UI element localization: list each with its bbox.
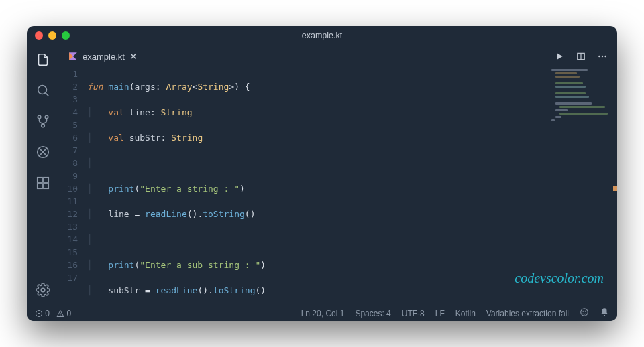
editor-area: example.kt ✕ 123 xyxy=(59,45,617,305)
editor-actions xyxy=(554,51,617,62)
run-icon[interactable] xyxy=(554,51,565,62)
explorer-icon[interactable] xyxy=(35,52,51,68)
tab-filename: example.kt xyxy=(83,52,125,62)
code-content[interactable]: fun main(args: Array<String>) { │ val li… xyxy=(87,68,617,305)
minimap-marker xyxy=(613,186,617,191)
svg-point-20 xyxy=(60,315,61,316)
svg-point-14 xyxy=(602,56,603,57)
svg-rect-8 xyxy=(38,184,42,188)
svg-point-10 xyxy=(41,288,45,292)
settings-gear-icon[interactable] xyxy=(35,282,51,298)
svg-line-1 xyxy=(46,93,49,96)
more-actions-icon[interactable] xyxy=(597,51,608,62)
svg-point-13 xyxy=(598,56,600,57)
status-eol[interactable]: LF xyxy=(435,309,445,318)
extensions-icon[interactable] xyxy=(35,175,51,191)
status-spaces[interactable]: Spaces: 4 xyxy=(355,309,390,318)
activity-bar xyxy=(27,45,59,305)
feedback-smiley-icon[interactable] xyxy=(580,307,589,319)
source-control-icon[interactable] xyxy=(35,113,51,129)
status-lncol[interactable]: Ln 20, Col 1 xyxy=(301,309,345,318)
svg-point-21 xyxy=(581,309,588,316)
svg-rect-9 xyxy=(44,184,48,188)
status-language[interactable]: Kotlin xyxy=(455,309,476,318)
watermark: codevscolor.com xyxy=(515,271,604,286)
status-bar: 0 0 Ln 20, Col 1 Spaces: 4 UTF-8 LF Kotl… xyxy=(27,305,617,321)
svg-point-2 xyxy=(38,115,41,119)
close-tab-icon[interactable]: ✕ xyxy=(129,51,138,62)
window-title: example.kt xyxy=(27,31,617,40)
svg-point-0 xyxy=(38,86,47,94)
svg-point-3 xyxy=(45,115,48,119)
split-editor-icon[interactable] xyxy=(576,51,586,62)
svg-point-22 xyxy=(583,311,584,311)
svg-rect-7 xyxy=(44,178,48,182)
search-icon[interactable] xyxy=(35,82,51,98)
svg-point-15 xyxy=(604,56,606,57)
svg-point-23 xyxy=(585,311,586,311)
svg-rect-6 xyxy=(38,178,42,182)
tabbar: example.kt ✕ xyxy=(59,45,617,68)
status-errors[interactable]: 0 xyxy=(35,309,50,318)
notifications-bell-icon[interactable] xyxy=(600,307,609,319)
code-editor[interactable]: 123 456 789 101112 131415 1617 fun main(… xyxy=(59,68,617,305)
svg-point-4 xyxy=(42,124,45,127)
status-encoding[interactable]: UTF-8 xyxy=(402,309,425,318)
window-body: example.kt ✕ 123 xyxy=(27,45,617,305)
line-gutter: 123 456 789 101112 131415 1617 xyxy=(59,68,87,305)
debug-icon[interactable] xyxy=(35,144,51,160)
editor-window: example.kt xyxy=(27,26,617,321)
titlebar: example.kt xyxy=(27,26,617,45)
status-warnings[interactable]: 0 xyxy=(56,309,71,318)
tab-example-kt[interactable]: example.kt ✕ xyxy=(62,45,144,68)
kotlin-file-icon xyxy=(68,52,78,61)
status-message[interactable]: Variables extraction fail xyxy=(486,309,569,318)
